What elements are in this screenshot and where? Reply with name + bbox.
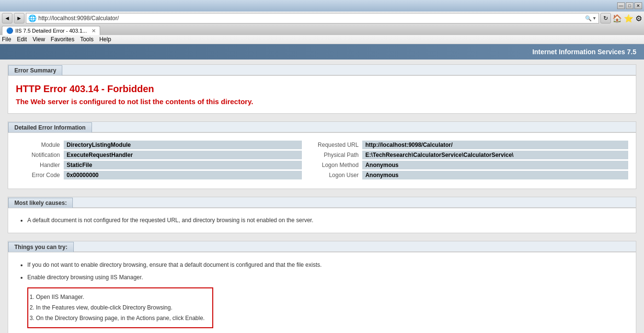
error-code-value: 0x00000000 [64,171,302,179]
detailed-error-section: Detailed Error Information Module Direct… [8,121,636,189]
tab-label: IIS 7.5 Detailed Error - 403.1... [15,28,87,34]
error-summary-section: Error Summary HTTP Error 403.14 - Forbid… [8,64,636,114]
close-button[interactable]: ✕ [634,2,642,9]
module-value: DirectoryListingModule [64,141,302,149]
try-item-2: Enable directory browsing using IIS Mana… [27,273,628,283]
nav-icons-right: 🏠 ⭐ ⚙ [612,14,642,23]
iis-header: Internet Information Services 7.5 [0,44,644,59]
handler-value: StaticFile [64,161,302,169]
tab-bar: 🔵 IIS 7.5 Detailed Error - 403.1... ✕ [0,25,644,35]
detailed-error-content: Module DirectoryListingModule Notificati… [8,132,636,189]
home-icon[interactable]: 🏠 [612,14,622,23]
causes-list: A default document is not configured for… [16,216,628,225]
causes-header: Most likely causes: [8,198,73,208]
active-tab[interactable]: 🔵 IIS 7.5 Detailed Error - 403.1... ✕ [2,26,100,35]
error-summary-header: Error Summary [8,65,62,75]
error-code-label: Error Code [16,171,64,179]
menu-help[interactable]: Help [99,36,111,43]
try-content: If you do not want to enable directory b… [8,252,636,333]
forward-button[interactable]: ► [14,13,24,24]
causes-content: A default document is not configured for… [8,208,636,233]
physical-path-label: Physical Path [310,151,362,159]
logon-user-label: Logon User [310,171,362,179]
dropdown-icon[interactable]: ▼ [592,16,597,21]
numbered-steps: Open IIS Manager. In the Features view, … [27,287,213,328]
try-header: Things you can try: [8,242,74,252]
notification-value: ExecuteRequestHandler [64,151,302,159]
tab-icon: 🔵 [6,27,13,34]
iis-header-text: Internet Information Services 7.5 [532,48,636,56]
menu-file[interactable]: File [2,36,11,43]
tab-close-button[interactable]: ✕ [92,28,96,34]
menu-favorites[interactable]: Favorites [51,36,74,43]
settings-icon[interactable]: ⚙ [635,14,642,23]
menu-bar: File Edit View Favorites Tools Help [0,35,644,44]
causes-item-1: A default document is not configured for… [27,216,628,225]
search-button[interactable]: 🔍 [585,14,592,22]
refresh-button[interactable]: ↻ [600,13,611,24]
menu-tools[interactable]: Tools [80,36,93,43]
favorites-icon[interactable]: ⭐ [624,14,633,23]
step-3: On the Directory Browsing page, in the A… [36,313,205,324]
address-input[interactable] [38,15,585,22]
try-item-1: If you do not want to enable directory b… [27,260,628,271]
http-error-description: The Web server is configured to not list… [16,97,628,106]
nav-bar: ◄ ► 🌐 🔍 ▼ ↻ 🏠 ⭐ ⚙ [0,12,644,25]
menu-view[interactable]: View [33,36,45,43]
maximize-button[interactable]: □ [626,2,633,9]
try-section: Things you can try: If you do not want t… [8,241,636,333]
step-1: Open IIS Manager. [36,292,205,303]
back-button[interactable]: ◄ [2,13,12,24]
try-list: If you do not want to enable directory b… [16,260,628,283]
physical-path-value: E:\TechResearch\CalculatorService\Calcul… [362,151,628,159]
content-area: Error Summary HTTP Error 403.14 - Forbid… [0,59,644,333]
requested-url-value: http://localhost:9098/Calculator/ [362,141,628,149]
logon-method-label: Logon Method [310,161,362,169]
module-label: Module [16,141,64,149]
title-bar: — □ ✕ [0,0,644,12]
logon-method-value: Anonymous [362,161,628,169]
menu-edit[interactable]: Edit [17,36,27,43]
notification-label: Notification [16,151,64,159]
detailed-error-header: Detailed Error Information [8,122,92,132]
causes-section: Most likely causes: A default document i… [8,197,636,233]
window-controls[interactable]: — □ ✕ [617,2,642,9]
logon-user-value: Anonymous [362,171,628,179]
error-details-table: Module DirectoryListingModule Notificati… [16,141,628,181]
address-bar[interactable]: 🌐 🔍 ▼ [26,13,599,24]
error-summary-content: HTTP Error 403.14 - Forbidden The Web se… [8,75,636,113]
http-error-title: HTTP Error 403.14 - Forbidden [16,83,628,95]
requested-url-label: Requested URL [310,141,362,149]
minimize-button[interactable]: — [617,2,625,9]
step-2: In the Features view, double-click Direc… [36,303,205,313]
handler-label: Handler [16,161,64,169]
address-icon: 🌐 [28,14,36,22]
